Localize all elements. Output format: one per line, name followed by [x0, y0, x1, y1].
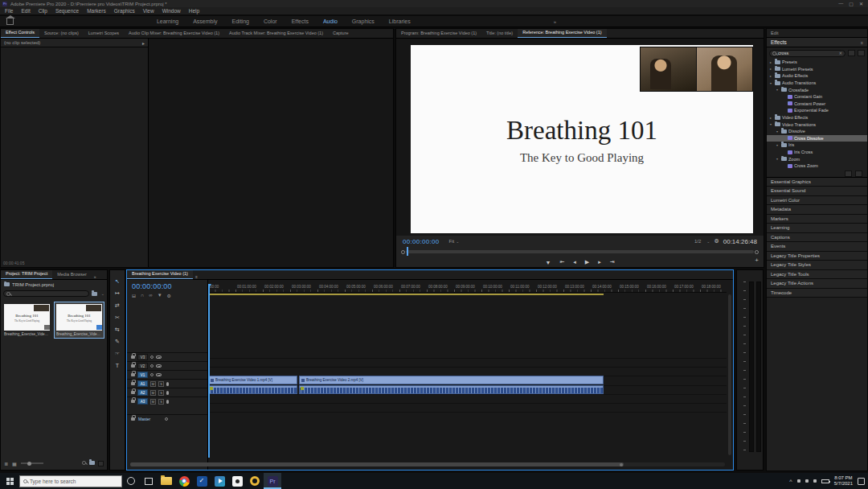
- new-custom-bin-button[interactable]: [845, 171, 852, 177]
- panel-header-events[interactable]: Events: [767, 242, 867, 252]
- effect-controls-tab[interactable]: Lumetri Scopes: [84, 29, 124, 38]
- effects-tree-item[interactable]: ▸Audio Effects: [767, 72, 867, 80]
- track-output-eye-icon[interactable]: [156, 355, 162, 360]
- ripple-edit-tool[interactable]: ⇄: [115, 302, 120, 309]
- nest-sequence-icon[interactable]: ⊟: [132, 293, 136, 298]
- panel-header-essential-sound[interactable]: Essential Sound: [767, 187, 867, 196]
- play-button[interactable]: ▶: [585, 259, 589, 265]
- tray-icon-3[interactable]: [813, 479, 817, 483]
- clear-search-icon[interactable]: ✕: [839, 51, 842, 55]
- icon-view-icon[interactable]: ▦: [12, 461, 17, 466]
- linked-selection-icon[interactable]: ∞: [149, 293, 152, 298]
- sync-lock-icon[interactable]: [150, 355, 154, 359]
- track-target-toggle[interactable]: V1: [137, 372, 148, 378]
- scrub-handle-right[interactable]: [755, 250, 759, 254]
- workspace-overflow-button[interactable]: »: [554, 19, 556, 24]
- timeline-settings-wrench-icon[interactable]: ⚙: [167, 293, 171, 298]
- tray-icon-1[interactable]: [797, 479, 800, 483]
- project-item-card[interactable]: Breathing 101The Key to Good PlayingBrea…: [2, 302, 51, 338]
- camera-app-icon[interactable]: [228, 473, 246, 489]
- program-playhead[interactable]: [407, 247, 408, 256]
- effect-controls-tab[interactable]: Audio Track Mixer: Breathing Exercise Vi…: [224, 29, 328, 38]
- panel-header-learning[interactable]: Learning: [767, 224, 867, 233]
- work-area-bar[interactable]: [208, 294, 604, 295]
- effect-controls-tab[interactable]: Source: (no clips): [39, 29, 84, 38]
- video-track-header-v3[interactable]: V3: [127, 352, 207, 361]
- navigate-up-bin-icon[interactable]: [92, 292, 97, 296]
- taskbar-search-input[interactable]: Type here to search: [19, 475, 122, 487]
- timeline-horizontal-scrollbar[interactable]: [130, 462, 725, 466]
- panel-header-essential-graphics[interactable]: Essential Graphics: [767, 178, 867, 187]
- program-monitor-tab[interactable]: Reference: Breathing Exercise Video (1): [518, 29, 606, 38]
- start-button[interactable]: [0, 473, 19, 489]
- audio-clip[interactable]: [299, 385, 604, 394]
- settings-wrench-icon[interactable]: ⚙: [714, 238, 719, 244]
- video-clip[interactable]: Breathing Exercise Video 2.mp4 [V]: [299, 376, 604, 384]
- effect-controls-tab[interactable]: Audio Clip Mixer: Breathing Exercise Vid…: [124, 29, 224, 38]
- step-forward-button[interactable]: ▸: [598, 259, 601, 265]
- chevron-down-icon[interactable]: ⌄: [101, 291, 104, 296]
- effects-tree-item[interactable]: Cross Zoom: [767, 162, 867, 170]
- close-button[interactable]: ✕: [859, 1, 863, 6]
- go-to-out-button[interactable]: ⇥: [610, 259, 615, 265]
- battery-icon[interactable]: [821, 479, 829, 483]
- project-item-card[interactable]: Breathing 101The Key to Good PlayingBrea…: [55, 302, 104, 338]
- workspace-tab-audio[interactable]: Audio: [323, 18, 338, 24]
- new-bin-icon[interactable]: [89, 461, 95, 465]
- menu-file[interactable]: File: [5, 8, 13, 14]
- track-output-eye-icon[interactable]: [156, 373, 162, 377]
- lock-icon[interactable]: [131, 355, 135, 359]
- menu-clip[interactable]: Clip: [39, 8, 47, 14]
- menu-window[interactable]: Window: [162, 8, 181, 14]
- panel-header-metadata[interactable]: Metadata: [767, 205, 867, 215]
- home-icon[interactable]: [6, 18, 14, 25]
- tray-icon-2[interactable]: [805, 479, 809, 483]
- button-editor-button[interactable]: +: [755, 257, 759, 264]
- slip-tool[interactable]: ⇆: [115, 327, 120, 333]
- program-scrubber[interactable]: [401, 249, 759, 255]
- file-explorer-icon[interactable]: [158, 473, 175, 489]
- list-view-icon[interactable]: ≣: [4, 461, 8, 466]
- track-target-toggle[interactable]: A1: [137, 380, 148, 387]
- effect-controls-tab[interactable]: Effect Controls: [1, 29, 39, 38]
- project-tab[interactable]: Project: TRIM Project: [1, 270, 52, 279]
- sync-lock-icon[interactable]: [150, 364, 154, 368]
- project-tabs-overflow-button[interactable]: »: [94, 274, 96, 279]
- program-monitor-tab[interactable]: Program: Breathing Exercise Video (1): [396, 29, 481, 38]
- lock-icon[interactable]: [131, 382, 135, 385]
- premiere-pro-icon[interactable]: Pr: [264, 473, 281, 489]
- chrome-icon[interactable]: [175, 473, 193, 489]
- chevron-right-icon[interactable]: ▸: [142, 40, 145, 46]
- effects-tree-item[interactable]: Cross Dissolve: [767, 135, 867, 142]
- workspace-tab-learning[interactable]: Learning: [157, 18, 178, 24]
- snap-icon[interactable]: ∩: [141, 293, 144, 298]
- hidden-icons-button[interactable]: ^: [789, 479, 792, 484]
- type-tool[interactable]: T: [116, 363, 119, 368]
- audio-track-header-a2[interactable]: A2MS: [127, 388, 207, 397]
- panel-header-markers[interactable]: Markers: [767, 215, 867, 224]
- solo-button[interactable]: S: [158, 381, 164, 387]
- timeline-sequence-tab[interactable]: Breathing Exercise Video (1): [127, 270, 193, 279]
- add-marker-icon[interactable]: ▼: [158, 293, 162, 298]
- effects-tree-item[interactable]: ▾Dissolve: [767, 128, 867, 135]
- panel-menu-icon[interactable]: ≡: [861, 40, 863, 45]
- menu-markers[interactable]: Markers: [87, 8, 105, 14]
- task-view-button[interactable]: [140, 473, 158, 489]
- menu-view[interactable]: View: [143, 8, 154, 14]
- effects-tree-item[interactable]: Constant Power: [767, 101, 867, 108]
- twisty-icon[interactable]: ▾: [776, 143, 780, 147]
- add-marker-button[interactable]: ▼: [545, 260, 551, 265]
- effects-tree-item[interactable]: ▸Presets: [767, 59, 867, 66]
- panel-header-legacy-title-properties[interactable]: Legacy Title Properties: [767, 252, 867, 261]
- video-track-header-v2[interactable]: V2: [127, 361, 207, 370]
- accelerated-effects-filter-button[interactable]: [848, 50, 855, 56]
- twisty-icon[interactable]: ▸: [770, 116, 773, 120]
- panel-header-timecode[interactable]: Timecode: [767, 289, 867, 298]
- menu-graphics[interactable]: Graphics: [114, 8, 135, 14]
- twisty-icon[interactable]: ▸: [770, 67, 773, 71]
- timeline-timecode[interactable]: 00:00:00:00: [127, 280, 207, 290]
- step-back-button[interactable]: ◂: [573, 259, 576, 265]
- twisty-icon[interactable]: ▾: [776, 157, 780, 161]
- yellow-ring-app-icon[interactable]: [246, 473, 264, 489]
- timeline-track-area[interactable]: 00:0000:01:00:0000:02:00:0000:03:00:0000…: [208, 280, 727, 458]
